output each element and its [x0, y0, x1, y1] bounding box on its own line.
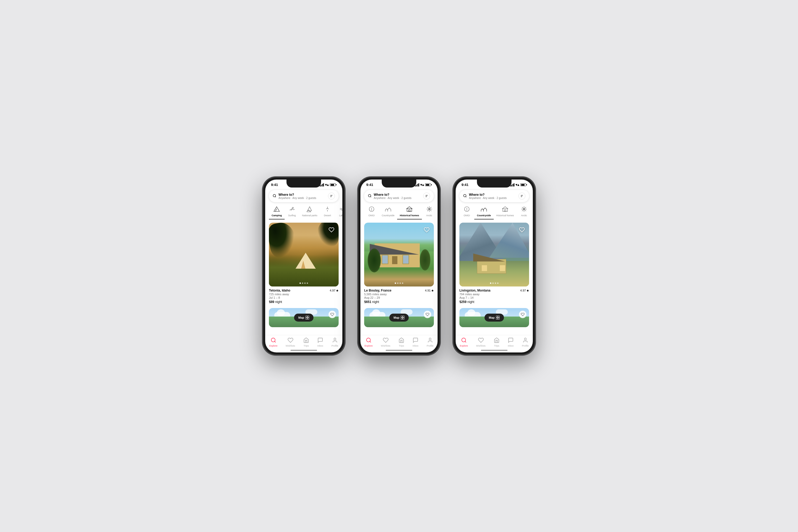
wishlist-button[interactable]: [423, 226, 431, 234]
category-icon: [521, 206, 527, 213]
map-strip[interactable]: Map: [364, 308, 434, 327]
category-tab-historical-homes[interactable]: Historical homes: [397, 205, 422, 220]
wishlist-button[interactable]: [327, 226, 336, 234]
listing-rating: 4.91: [425, 289, 434, 292]
dot-2: [302, 283, 303, 284]
category-label: Arctic: [521, 214, 527, 217]
nav-item-profile[interactable]: Profile: [522, 337, 529, 347]
category-tab-omg![interactable]: OMG!: [364, 205, 379, 220]
map-button[interactable]: Map: [484, 314, 504, 322]
nav-label-inbox: Inbox: [317, 344, 323, 347]
svg-marker-14: [336, 289, 338, 291]
svg-point-47: [464, 194, 466, 196]
category-label: Lakes: [339, 214, 342, 217]
battery-icon: [425, 183, 432, 186]
svg-rect-30: [407, 209, 412, 212]
category-tab-a-frames[interactable]: A-frames: [437, 205, 438, 220]
status-icons: ▾▴: [510, 183, 527, 187]
notch: [477, 179, 512, 188]
battery-icon: [520, 183, 527, 186]
category-tab-surfing[interactable]: Surfing: [285, 205, 300, 220]
search-text: Where to? Anywhere · Any week · 2 guests: [374, 193, 423, 200]
nav-label-wishlists: Wishlists: [381, 344, 391, 347]
category-tab-arctic[interactable]: Arctic: [422, 205, 437, 220]
map-strip[interactable]: Map: [459, 308, 529, 327]
search-text: Where to? Anywhere · Any week · 2 guests: [469, 193, 518, 200]
map-strip[interactable]: Map: [269, 308, 339, 327]
wifi-icon: ▾▴: [325, 183, 329, 187]
nav-item-wishlists[interactable]: Wishlists: [286, 337, 295, 347]
listing-card[interactable]: Tetonia, Idaho 4.97 725 miles away Jul 1…: [269, 223, 339, 305]
map-button[interactable]: Map: [390, 314, 409, 322]
category-tab-lakes[interactable]: Lakes: [335, 205, 342, 220]
nav-item-explore[interactable]: Explore: [269, 337, 278, 347]
category-tabs: Camping Surfing National parks Desert La…: [265, 202, 342, 220]
filter-button[interactable]: [423, 193, 430, 200]
map-wishlist-button[interactable]: [328, 311, 336, 318]
listing-card[interactable]: Le Boulay, France 4.91 5,585 miles away …: [364, 223, 434, 305]
map-wishlist-button[interactable]: [519, 311, 527, 318]
filter-button[interactable]: [518, 193, 525, 200]
map-wishlist-button[interactable]: [424, 311, 431, 318]
map-background: Map: [364, 308, 434, 327]
map-button[interactable]: Map: [294, 314, 314, 322]
nav-icon-inbox: [413, 337, 418, 344]
category-tab-camping[interactable]: Camping: [269, 205, 285, 220]
nav-item-wishlists[interactable]: Wishlists: [476, 337, 486, 347]
category-tab-countryside[interactable]: Countryside: [474, 205, 494, 220]
svg-rect-67: [496, 318, 498, 320]
nav-item-trips[interactable]: Trips: [398, 337, 404, 347]
category-tab-a-f[interactable]: A-f: [531, 205, 533, 220]
svg-rect-42: [401, 318, 402, 320]
nav-item-inbox[interactable]: Inbox: [317, 337, 323, 347]
nav-item-inbox[interactable]: Inbox: [508, 337, 514, 347]
nav-item-trips[interactable]: Trips: [494, 337, 499, 347]
category-tab-historical-homes[interactable]: Historical homes: [494, 205, 517, 220]
image-dots: [490, 283, 498, 284]
listing-dates: Aug 7 – 14: [459, 296, 529, 299]
category-tab-desert[interactable]: Desert: [320, 205, 335, 220]
wishlist-button[interactable]: [518, 226, 526, 234]
nav-item-explore[interactable]: Explore: [364, 337, 373, 347]
svg-rect-18: [307, 318, 309, 320]
nav-item-profile[interactable]: Profile: [427, 337, 434, 347]
nav-icon-trips: [303, 337, 309, 344]
svg-marker-5: [274, 207, 280, 211]
svg-line-11: [327, 208, 329, 209]
listing-distance: 5,585 miles away: [364, 292, 434, 296]
category-tab-arctic[interactable]: Arctic: [517, 205, 531, 220]
nav-item-explore[interactable]: Explore: [460, 337, 468, 347]
category-icon: [368, 206, 375, 213]
phone-3: 9:41 ▾▴ Where to? Anywhere · Any week · …: [453, 177, 535, 355]
nav-item-wishlists[interactable]: Wishlists: [381, 337, 391, 347]
category-tab-countryside[interactable]: Countryside: [379, 205, 397, 220]
listing-header-row: Tetonia, Idaho 4.97: [269, 289, 339, 292]
category-tab-omg![interactable]: OMG!: [459, 205, 474, 220]
category-icon: [324, 206, 331, 213]
search-bar[interactable]: Where to? Anywhere · Any week · 2 guests: [364, 190, 434, 202]
svg-line-20: [274, 341, 276, 342]
nav-item-profile[interactable]: Profile: [331, 337, 338, 347]
listing-distance: 794 miles away: [459, 292, 529, 296]
image-dots: [395, 283, 403, 284]
svg-rect-32: [408, 210, 410, 211]
listing-card[interactable]: Livingston, Montana 4.97 794 miles away …: [459, 223, 529, 305]
nav-item-inbox[interactable]: Inbox: [413, 337, 418, 347]
dot-2: [492, 283, 494, 284]
category-tab-national-parks[interactable]: National parks: [300, 205, 320, 220]
listing-header-row: Livingston, Montana 4.97: [459, 289, 529, 292]
listing-info: Tetonia, Idaho 4.97 725 miles away Jul 1…: [269, 286, 339, 305]
filter-button[interactable]: [328, 193, 335, 200]
svg-rect-55: [503, 209, 508, 212]
svg-point-54: [467, 210, 467, 210]
svg-point-7: [292, 207, 293, 209]
nav-label-profile: Profile: [522, 344, 529, 347]
search-bar[interactable]: Where to? Anywhere · Any week · 2 guests: [269, 190, 339, 202]
search-title: Where to?: [279, 193, 328, 196]
status-time: 9:41: [271, 183, 278, 187]
nav-item-trips[interactable]: Trips: [303, 337, 309, 347]
svg-rect-40: [401, 316, 402, 318]
svg-rect-68: [498, 318, 499, 320]
search-bar[interactable]: Where to? Anywhere · Any week · 2 guests: [459, 190, 529, 202]
category-icon: [289, 206, 295, 213]
